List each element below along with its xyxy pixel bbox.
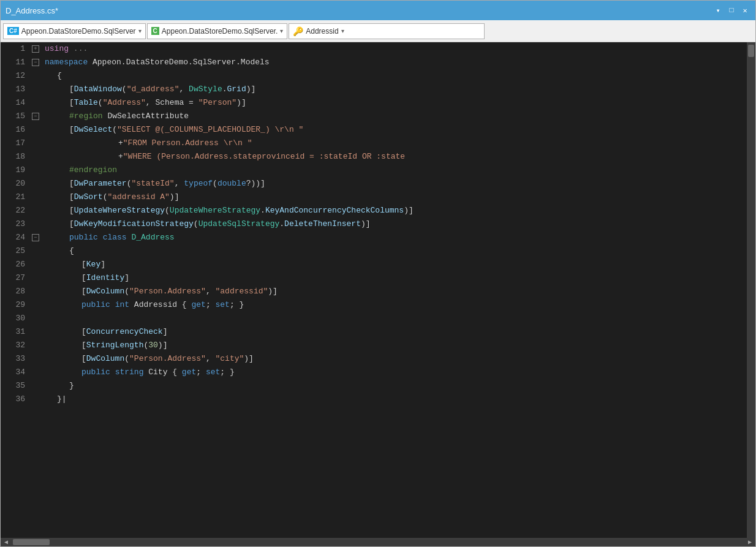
code-line-36: }| — [45, 393, 747, 406]
token-sp3 — [110, 366, 115, 379]
ln-24: 24 — [1, 231, 25, 244]
gutter-11[interactable]: − — [30, 56, 42, 69]
code-line-35: } — [45, 379, 747, 393]
collapse-1[interactable]: + — [32, 45, 39, 53]
token-typeof: typeof — [184, 177, 213, 191]
maximize-button[interactable]: □ — [726, 5, 737, 16]
token-space — [98, 231, 103, 244]
ln-29: 29 — [1, 298, 25, 312]
code-line-29: public int Addressid { get ; set ; } — [45, 298, 747, 312]
ln-17: 17 — [1, 137, 25, 150]
gutter-1[interactable]: + — [30, 42, 42, 56]
token-paren: ( — [98, 96, 103, 110]
token-bracket: [ — [69, 204, 74, 217]
gutter-15[interactable]: − — [30, 110, 42, 123]
member-icon: 🔑 — [293, 26, 303, 36]
collapse-11[interactable]: − — [32, 59, 39, 66]
chevron-down-icon3: ▾ — [341, 28, 344, 34]
token-bracket: [ — [81, 339, 86, 352]
ln-27: 27 — [1, 271, 25, 285]
code-line-15: #region DwSelectAttribute — [45, 110, 747, 123]
gutter-35 — [30, 379, 42, 393]
token-str1: "d_address" — [127, 83, 180, 96]
ln-13: 13 — [1, 83, 25, 96]
ln-11: 11 — [1, 56, 25, 69]
token-dot: . — [222, 83, 227, 96]
close-button[interactable]: ✕ — [739, 5, 750, 16]
token-public3: public — [81, 366, 110, 379]
toolbar: C# Appeon.DataStoreDemo.SqlServer ▾ C Ap… — [1, 20, 755, 42]
gutter-24[interactable]: − — [30, 231, 42, 244]
code-line-31: [ConcurrencyCheck] — [45, 325, 747, 339]
token-int: int — [115, 298, 129, 312]
code-line-1: using ... — [45, 42, 747, 56]
scroll-right-btn[interactable]: ▶ — [746, 538, 754, 546]
token-bracket: [ — [81, 258, 86, 271]
scrollbar-thumb-v[interactable] — [748, 45, 754, 57]
ln-35: 35 — [1, 379, 25, 393]
ln-32: 32 — [1, 339, 25, 352]
token-bracket: [ — [69, 191, 74, 204]
code-content[interactable]: using ... namespace Appeon.DataStoreDemo… — [42, 42, 747, 538]
token-semi1: ; — [206, 298, 216, 312]
token-ns-name: Appeon.DataStoreDemo.SqlServer.Models — [88, 56, 269, 69]
token-col-str1: "Person.Address" — [129, 285, 206, 298]
ln-14: 14 — [1, 96, 25, 110]
ln-33: 33 — [1, 352, 25, 366]
token-plus2: + — [118, 150, 123, 164]
member-dropdown[interactable]: 🔑 Addressid ▾ — [289, 23, 485, 39]
token-bracket-close: ] — [100, 258, 105, 271]
token-grid: Grid — [227, 83, 246, 96]
gutter-22 — [30, 204, 42, 217]
minimize-button[interactable]: ▾ — [713, 5, 724, 16]
code-line-21: [DwSort("addressid A")] — [45, 191, 747, 204]
gutter: + − − — [30, 42, 42, 538]
code-line-14: [Table("Address", Schema = "Person")] — [45, 96, 747, 110]
token-table: Table — [74, 96, 98, 110]
ln-36: 36 — [1, 393, 25, 406]
gutter-25 — [30, 244, 42, 258]
collapse-15[interactable]: − — [32, 113, 39, 120]
token-region-name: DwSelectAttribute — [107, 110, 189, 123]
token-space2 — [127, 231, 132, 244]
ln-12: 12 — [1, 69, 25, 83]
token-bracket-close: ] — [163, 325, 168, 339]
token-close: )] — [268, 285, 278, 298]
token-paren: ( — [122, 83, 127, 96]
code-line-33: [DwColumn("Person.Address", "city")] — [45, 352, 747, 366]
gutter-18 — [30, 150, 42, 164]
vertical-scrollbar[interactable] — [747, 42, 755, 538]
token-conccheck: ConcurrencyCheck — [86, 325, 163, 339]
ln-31: 31 — [1, 325, 25, 339]
token-identity: Identity — [86, 271, 124, 285]
code-editor[interactable]: 1 11 12 13 14 15 16 17 18 19 20 21 22 23… — [1, 42, 755, 546]
code-line-24: public class D_Address — [45, 231, 747, 244]
code-line-20: [DwParameter("stateId", typeof(double?))… — [45, 177, 747, 191]
token-get2: get — [182, 366, 196, 379]
scroll-left-btn[interactable]: ◀ — [2, 538, 10, 546]
token-brace-close1: } — [69, 379, 74, 393]
token-namespace: namespace — [45, 56, 88, 69]
horizontal-scrollbar[interactable]: ◀ ▶ — [1, 538, 755, 546]
token-plus: + — [118, 137, 123, 150]
token-str3: "Person" — [198, 96, 236, 110]
code-line-25: { — [45, 244, 747, 258]
token-updtype: UpdateSqlStrategy — [198, 217, 280, 231]
namespace-dropdown[interactable]: C# Appeon.DataStoreDemo.SqlServer ▾ — [3, 23, 146, 39]
scrollbar-thumb-h[interactable] — [13, 539, 50, 545]
token-dwsort: DwSort — [74, 191, 103, 204]
token-brace2: { — [69, 244, 74, 258]
collapse-24[interactable]: − — [32, 234, 39, 241]
code-line-22: [UpdateWhereStrategy(UpdateWhereStrategy… — [45, 204, 747, 217]
code-line-18: +"WHERE (Person.Address.stateprovinceid … — [45, 150, 747, 164]
class-dropdown[interactable]: C Appeon.DataStoreDemo.SqlServer. ▾ — [147, 23, 288, 39]
token-addressid: Addressid { — [134, 298, 192, 312]
token-comma3: , — [175, 177, 184, 191]
title-bar: D_Address.cs* ▾ □ ✕ — [1, 1, 755, 20]
code-line-19: #endregion — [45, 164, 747, 177]
code-line-17: +"FROM Person.Address \r\n " — [45, 137, 747, 150]
token-schema: Schema = — [155, 96, 198, 110]
token-where-str: "WHERE (Person.Address.stateprovinceid =… — [123, 150, 405, 164]
window-title: D_Address.cs* — [6, 6, 58, 15]
token-key: Key — [86, 258, 100, 271]
